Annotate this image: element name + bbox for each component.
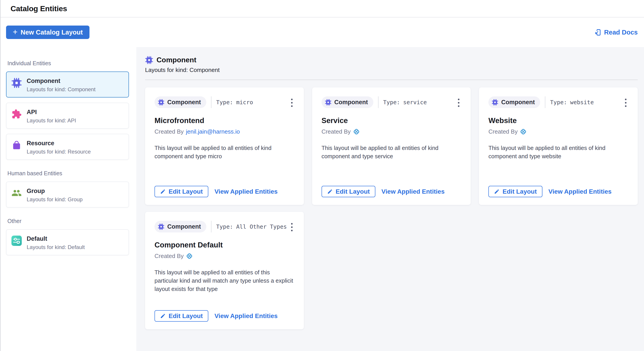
card-title: Service (322, 116, 462, 125)
card-footer: Edit Layout View Applied Entities (488, 186, 629, 197)
type-value: micro (236, 99, 253, 106)
pencil-icon (494, 189, 500, 194)
harness-logo-icon (520, 128, 527, 135)
api-puzzle-icon (12, 109, 22, 119)
main-heading-title: Component (156, 56, 196, 64)
read-docs-label: Read Docs (604, 29, 638, 36)
edit-layout-button[interactable]: Edit Layout (322, 186, 375, 197)
kebab-menu-icon[interactable] (289, 97, 295, 109)
group-people-icon (12, 188, 22, 198)
sidebar-item-default[interactable]: Default Layouts for kind: Default (6, 229, 129, 255)
view-applied-entities-link[interactable]: View Applied Entities (214, 188, 278, 195)
card-title: Microfrontend (154, 116, 295, 125)
component-chip-icon (158, 223, 164, 230)
sidebar-item-text: Default Layouts for kind: Default (27, 235, 85, 250)
sidebar-item-text: Resource Layouts for kind: Resource (27, 140, 90, 155)
edit-layout-button[interactable]: Edit Layout (488, 186, 542, 197)
card-meta: Component Type: service (322, 96, 427, 108)
edit-layout-button[interactable]: Edit Layout (154, 310, 208, 322)
component-chip-icon (158, 99, 164, 106)
component-chip-icon (325, 99, 332, 106)
card-header: Component Type: service (322, 96, 462, 109)
card-header: Component Type: website (488, 96, 629, 109)
created-by-label: Created By (322, 128, 351, 135)
sidebar-item-subtitle: Layouts for kind: Component (27, 86, 96, 93)
created-by-label: Created By (154, 128, 184, 135)
edit-layout-button[interactable]: Edit Layout (154, 186, 208, 197)
type-label: Type: micro (211, 96, 253, 108)
page-title: Catalog Entities (10, 4, 67, 13)
sidebar-item-resource[interactable]: Resource Layouts for kind: Resource (6, 134, 129, 160)
sidebar-item-component[interactable]: Component Layouts for kind: Component (6, 71, 129, 97)
view-applied-entities-link[interactable]: View Applied Entities (382, 188, 445, 195)
created-by-label: Created By (154, 253, 184, 260)
card-header: Component Type: All Other Types (154, 221, 295, 233)
edit-layout-label: Edit Layout (168, 313, 203, 320)
component-chip-icon (492, 99, 498, 106)
kind-badge: Component (488, 96, 540, 108)
card-title: Component Default (154, 241, 295, 249)
sidebar-item-text: Group Layouts for kind: Group (27, 188, 82, 203)
plus-icon: + (13, 28, 18, 36)
card-meta: Component Type: All Other Types (154, 221, 287, 232)
type-label: Type: All Other Types (211, 221, 287, 232)
read-docs-link[interactable]: Read Docs (594, 29, 638, 36)
kind-badge: Component (322, 96, 373, 108)
sidebar-item-subtitle: Layouts for kind: API (27, 117, 76, 124)
main-heading-subtitle: Layouts for kind: Component (145, 66, 638, 73)
sidebar-item-title: Group (27, 188, 82, 195)
sidebar-section-label: Other (8, 218, 129, 224)
card-title: Website (488, 116, 629, 125)
card-meta: Component Type: website (488, 96, 594, 108)
default-layout-icon (12, 236, 22, 246)
created-by-row: Created By (322, 128, 462, 135)
sidebar-section-label: Human based Entities (8, 170, 129, 177)
sidebar-item-api[interactable]: API Layouts for kind: API (6, 103, 129, 129)
card-description: This layout will be applied to all entit… (322, 144, 462, 160)
kind-badge-label: Component (167, 99, 201, 106)
view-applied-entities-link[interactable]: View Applied Entities (214, 313, 278, 320)
card-header: Component Type: micro (154, 96, 295, 109)
view-applied-entities-link[interactable]: View Applied Entities (548, 188, 612, 195)
kebab-menu-icon[interactable] (289, 221, 295, 233)
kind-badge: Component (154, 96, 206, 108)
created-by-row: Created By (154, 253, 295, 260)
created-by-label: Created By (488, 128, 518, 135)
catalog-entities-page: Catalog Entities + New Catalog Layout Re… (0, 0, 644, 351)
sidebar-item-text: API Layouts for kind: API (27, 109, 76, 124)
type-key: Type: (550, 99, 567, 106)
type-value: All Other Types (236, 223, 287, 230)
created-by-row: Created By (488, 128, 629, 135)
kebab-menu-icon[interactable] (623, 97, 629, 109)
type-value: service (403, 99, 427, 106)
component-chip-icon (12, 78, 22, 88)
edit-layout-label: Edit Layout (502, 188, 536, 195)
divider (145, 80, 638, 80)
new-catalog-layout-label: New Catalog Layout (21, 29, 83, 36)
created-by-row: Created By jenil.jain@harness.io (154, 128, 295, 135)
new-catalog-layout-button[interactable]: + New Catalog Layout (6, 25, 90, 39)
edit-layout-label: Edit Layout (336, 188, 370, 195)
card-description: This layout will be applied to all entit… (154, 144, 295, 160)
main-heading-row: Component (145, 56, 638, 64)
layout-card-website: Component Type: website Website Created … (479, 87, 638, 205)
pencil-icon (327, 189, 333, 194)
sidebar-item-subtitle: Layouts for kind: Resource (27, 149, 90, 155)
kebab-menu-icon[interactable] (456, 97, 462, 109)
card-footer: Edit Layout View Applied Entities (322, 186, 462, 197)
sidebar-item-group[interactable]: Group Layouts for kind: Group (6, 182, 129, 208)
card-footer: Edit Layout View Applied Entities (154, 310, 295, 322)
card-description: This layout will be applied to all entit… (488, 144, 629, 160)
kind-badge-label: Component (334, 99, 368, 106)
kind-badge-label: Component (167, 223, 201, 230)
card-meta: Component Type: micro (154, 96, 253, 108)
sidebar-item-text: Component Layouts for kind: Component (27, 77, 96, 93)
type-value: website (570, 99, 594, 106)
layout-card-microfrontend: Component Type: micro Microfrontend Crea… (145, 87, 304, 205)
card-description: This layout will be applied to all entit… (154, 268, 295, 293)
layout-card-grid: Component Type: micro Microfrontend Crea… (145, 87, 638, 329)
main-panel: Component Layouts for kind: Component Co… (136, 47, 644, 351)
type-label: Type: website (545, 96, 594, 108)
layout-card-service: Component Type: service Service Created … (312, 87, 471, 205)
created-by-user-link[interactable]: jenil.jain@harness.io (186, 128, 240, 135)
